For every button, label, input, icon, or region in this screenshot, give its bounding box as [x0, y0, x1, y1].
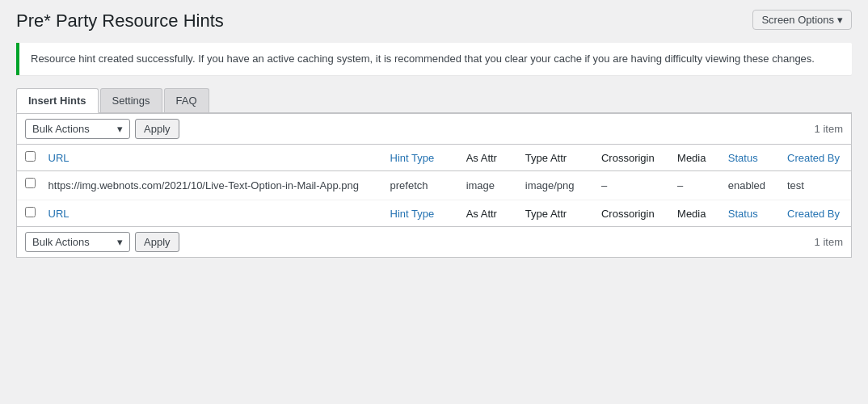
row-created-by: test: [787, 179, 804, 191]
row-media: –: [677, 179, 683, 191]
created-by-sort-link[interactable]: Created By: [787, 152, 840, 164]
row-crossorigin-cell: –: [593, 171, 669, 200]
th-url[interactable]: URL: [40, 145, 382, 171]
header-area: Pre* Party Resource Hints Screen Options…: [0, 0, 868, 33]
row-as-attr-cell: image: [458, 171, 517, 200]
table-container: Bulk Actions ▾ Apply 1 item: [16, 113, 852, 258]
bottom-apply-button[interactable]: Apply: [135, 232, 179, 252]
screen-options-label: Screen Options: [761, 14, 834, 26]
row-media-cell: –: [669, 171, 720, 200]
hint-type-sort-link[interactable]: Hint Type: [390, 152, 435, 164]
top-bulk-actions-label: Bulk Actions: [32, 123, 90, 135]
tfoot-created-by[interactable]: Created By: [779, 200, 851, 227]
bottom-toolbar: Bulk Actions ▾ Apply 1 item: [17, 226, 851, 257]
tfoot-url-sort-link[interactable]: URL: [48, 208, 70, 220]
tfoot-url[interactable]: URL: [40, 200, 382, 227]
resource-hints-table: URL Hint Type As Attr Type Attr Crossori…: [17, 145, 851, 226]
top-apply-button[interactable]: Apply: [135, 119, 179, 139]
th-crossorigin: Crossorigin: [593, 145, 669, 171]
row-status: enabled: [728, 179, 765, 191]
tfoot-as-attr: As Attr: [458, 200, 517, 227]
tfoot-type-attr: Type Attr: [517, 200, 593, 227]
row-checkbox[interactable]: [25, 178, 36, 188]
status-sort-link[interactable]: Status: [728, 152, 758, 164]
th-created-by[interactable]: Created By: [779, 145, 851, 171]
tabs-bar: Insert Hints Settings FAQ: [16, 88, 852, 113]
row-status-cell: enabled: [720, 171, 779, 200]
top-toolbar: Bulk Actions ▾ Apply 1 item: [17, 114, 851, 145]
url-sort-link[interactable]: URL: [48, 152, 70, 164]
th-type-attr: Type Attr: [517, 145, 593, 171]
select-all-checkbox[interactable]: [25, 151, 36, 162]
tfoot-select-all[interactable]: [17, 200, 40, 227]
row-url: https://img.webnots.com/2021/10/Live-Tex…: [48, 179, 359, 191]
tab-faq[interactable]: FAQ: [164, 88, 209, 112]
screen-options-button[interactable]: Screen Options ▾: [752, 10, 852, 30]
row-type-attr: image/png: [525, 179, 575, 191]
th-status[interactable]: Status: [720, 145, 779, 171]
th-media: Media: [669, 145, 720, 171]
notice-message: Resource hint created successfully. If y…: [31, 53, 815, 65]
bottom-toolbar-left: Bulk Actions ▾ Apply: [25, 232, 179, 252]
top-item-count: 1 item: [815, 123, 843, 135]
table-body: https://img.webnots.com/2021/10/Live-Tex…: [17, 171, 851, 200]
tfoot-hint-type[interactable]: Hint Type: [382, 200, 458, 227]
success-notice: Resource hint created successfully. If y…: [16, 43, 852, 76]
top-bulk-actions-select[interactable]: Bulk Actions ▾: [25, 119, 130, 139]
bottom-item-count: 1 item: [815, 236, 843, 248]
tfoot-media: Media: [669, 200, 720, 227]
table-row: https://img.webnots.com/2021/10/Live-Tex…: [17, 171, 851, 200]
bottom-bulk-actions-label: Bulk Actions: [32, 236, 90, 248]
row-url-cell: https://img.webnots.com/2021/10/Live-Tex…: [40, 171, 382, 200]
bottom-bulk-actions-chevron-icon: ▾: [117, 236, 123, 248]
table-header-row: URL Hint Type As Attr Type Attr Crossori…: [17, 145, 851, 171]
tab-insert-hints[interactable]: Insert Hints: [16, 88, 99, 113]
th-as-attr: As Attr: [458, 145, 517, 171]
content-area: Resource hint created successfully. If y…: [0, 33, 868, 275]
tfoot-status[interactable]: Status: [720, 200, 779, 227]
bottom-bulk-actions-select[interactable]: Bulk Actions ▾: [25, 232, 130, 252]
top-toolbar-left: Bulk Actions ▾ Apply: [25, 119, 179, 139]
tfoot-hint-type-sort-link[interactable]: Hint Type: [390, 208, 435, 220]
table-footer-row: URL Hint Type As Attr Type Attr Crossori…: [17, 200, 851, 227]
tab-settings[interactable]: Settings: [100, 88, 162, 112]
row-created-by-cell: test: [779, 171, 851, 200]
row-type-attr-cell: image/png: [517, 171, 593, 200]
bulk-actions-chevron-icon: ▾: [117, 123, 123, 135]
tabs-wrapper: Insert Hints Settings FAQ Bulk Actions ▾…: [16, 88, 852, 258]
row-hint-type-cell: prefetch: [382, 171, 458, 200]
row-crossorigin: –: [601, 179, 607, 191]
chevron-down-icon: ▾: [837, 14, 843, 26]
row-as-attr: image: [466, 179, 495, 191]
tfoot-crossorigin: Crossorigin: [593, 200, 669, 227]
tfoot-created-by-sort-link[interactable]: Created By: [787, 208, 840, 220]
row-hint-type: prefetch: [390, 179, 428, 191]
page-title: Pre* Party Resource Hints: [16, 10, 224, 33]
th-select-all[interactable]: [17, 145, 40, 171]
th-hint-type[interactable]: Hint Type: [382, 145, 458, 171]
tfoot-status-sort-link[interactable]: Status: [728, 208, 758, 220]
row-checkbox-cell[interactable]: [17, 171, 40, 200]
page-wrapper: Pre* Party Resource Hints Screen Options…: [0, 0, 868, 404]
select-all-footer-checkbox[interactable]: [25, 207, 36, 217]
